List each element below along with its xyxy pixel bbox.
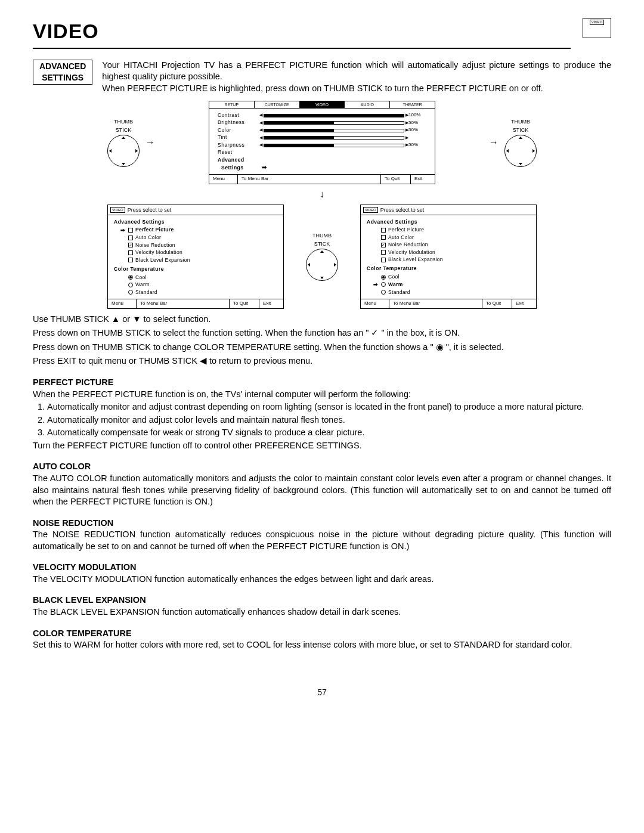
arrow-down-icon: ↓	[320, 189, 324, 199]
perfect-picture-end: Turn the PERFECT PICTURE function off to…	[33, 440, 611, 452]
noise-reduction-heading: NOISE REDUCTION	[33, 518, 611, 529]
auto-color-text: The AUTO COLOR function automatically mo…	[33, 473, 611, 508]
advanced-settings-label-box: ADVANCED SETTINGS	[33, 60, 92, 85]
page-number: 57	[33, 687, 611, 698]
intro-paragraph: Your HITACHI Projection TV has a PERFECT…	[102, 60, 611, 95]
arrow-right-icon: →	[489, 136, 499, 149]
black-level-heading: BLACK LEVEL EXPANSION	[33, 594, 611, 606]
advanced-settings-panel-left: VIDEOPress select to set Advanced Settin…	[107, 205, 284, 309]
velocity-modulation-text: The VELOCITY MODULATION function automat…	[33, 574, 611, 586]
video-menu-panel: SETUP CUSTOMIZE VIDEO AUDIO THEATER Cont…	[209, 101, 435, 184]
velocity-modulation-heading: VELOCITY MODULATION	[33, 562, 611, 574]
instruction-block: Use THUMB STICK ▲ or ▼ to select functio…	[33, 314, 611, 367]
advanced-settings-panel-right: VIDEOPress select to set Advanced Settin…	[360, 205, 537, 309]
color-temperature-text: Set this to WARM for hotter colors with …	[33, 639, 611, 651]
perfect-picture-heading: PERFECT PICTURE	[33, 377, 611, 389]
thumb-stick-left: THUMB STICK	[107, 118, 140, 167]
black-level-text: The BLACK LEVEL EXPANSION function autom…	[33, 606, 611, 618]
perfect-picture-intro: When the PERFECT PICTURE function is on,…	[33, 389, 611, 401]
thumb-stick-middle: THUMB STICK	[306, 232, 338, 281]
thumb-stick-right: THUMB STICK	[504, 118, 537, 167]
page-title: VIDEO	[33, 18, 571, 49]
auto-color-heading: AUTO COLOR	[33, 461, 611, 473]
video-mini-icon: VIDEO	[583, 18, 611, 38]
menu-diagram: THUMB STICK → SETUP CUSTOMIZE VIDEO AUDI…	[107, 101, 537, 309]
arrow-right-icon: →	[145, 136, 155, 149]
noise-reduction-text: The NOISE REDUCTION function automatical…	[33, 529, 611, 552]
color-temperature-heading: COLOR TEMPERATURE	[33, 628, 611, 640]
perfect-picture-list: Automatically monitor and adjust contras…	[33, 401, 611, 439]
